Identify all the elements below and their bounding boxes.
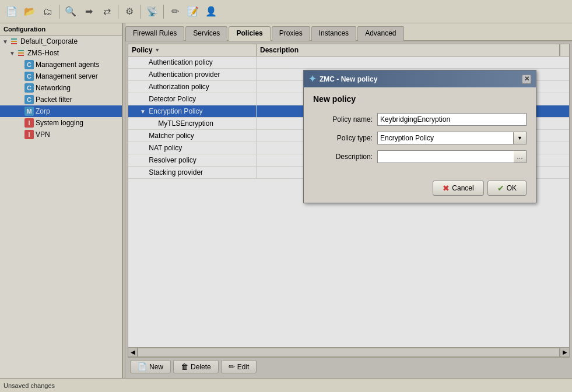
- description-browse-button[interactable]: …: [514, 150, 527, 163]
- policy-name-row: Policy name:: [313, 113, 527, 126]
- description-label: Description:: [313, 153, 377, 161]
- dialog-close-button[interactable]: ✕: [522, 75, 531, 84]
- zmc-star-icon: ✦: [308, 73, 316, 84]
- policy-type-select-wrapper: Encryption Policy Authentication policy …: [377, 132, 527, 144]
- dialog-titlebar-left: ✦ ZMC - New policy: [308, 73, 377, 84]
- policy-type-select[interactable]: Encryption Policy Authentication policy …: [377, 132, 514, 144]
- description-row: Description: …: [313, 150, 527, 163]
- ok-label: OK: [507, 184, 517, 192]
- ok-button[interactable]: ✔ OK: [487, 181, 527, 196]
- policy-type-row: Policy type: Encryption Policy Authentic…: [313, 132, 527, 144]
- dialog: ✦ ZMC - New policy ✕ New policy Policy n…: [303, 70, 536, 203]
- ok-icon: ✔: [497, 183, 504, 193]
- dialog-footer: ✖ Cancel ✔ OK: [304, 176, 536, 203]
- cancel-button[interactable]: ✖ Cancel: [433, 181, 483, 196]
- cancel-icon: ✖: [443, 183, 450, 193]
- description-input[interactable]: [377, 150, 514, 163]
- modal-overlay: ✦ ZMC - New policy ✕ New policy Policy n…: [0, 0, 572, 392]
- policy-name-label: Policy name:: [313, 115, 377, 123]
- dialog-heading: New policy: [313, 94, 527, 104]
- policy-type-dropdown-arrow[interactable]: ▼: [514, 132, 527, 144]
- policy-type-label: Policy type:: [313, 134, 377, 142]
- cancel-label: Cancel: [452, 184, 473, 192]
- dialog-titlebar: ✦ ZMC - New policy ✕: [304, 70, 536, 87]
- dialog-title: ZMC - New policy: [320, 75, 377, 83]
- policy-name-input[interactable]: [377, 113, 527, 126]
- description-input-wrapper: …: [377, 150, 527, 163]
- dialog-body: New policy Policy name: Policy type: Enc…: [304, 87, 536, 176]
